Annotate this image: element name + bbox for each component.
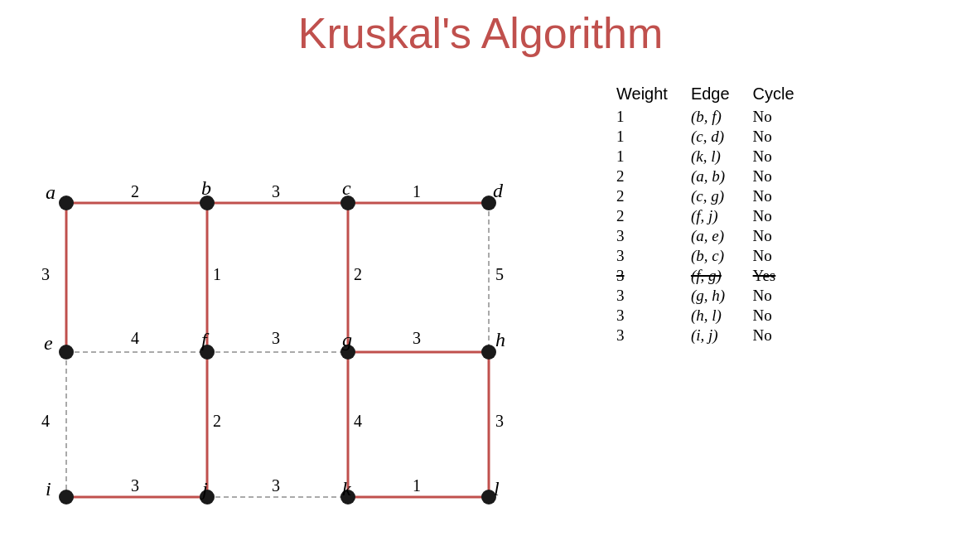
weight-bf: 1: [213, 265, 221, 283]
cell-cycle: No: [750, 286, 814, 306]
algorithm-table: Weight Edge Cycle 1(b, f)No1(c, d)No1(k,…: [613, 83, 814, 345]
table-row: 2(c, g)No: [613, 186, 814, 206]
cell-cycle: No: [750, 127, 814, 147]
cell-cycle: No: [750, 186, 814, 206]
table-row: 1(k, l)No: [613, 147, 814, 167]
label-e: e: [44, 332, 53, 354]
cell-edge: (f, j): [688, 206, 750, 226]
cell-edge: (i, j): [688, 326, 750, 345]
weight-fj: 2: [213, 412, 221, 430]
cell-cycle: No: [750, 226, 814, 246]
cell-cycle: No: [750, 326, 814, 345]
table-row: 3(b, c)No: [613, 246, 814, 266]
cell-weight: 2: [613, 186, 688, 206]
node-h: [481, 345, 496, 360]
cell-cycle: No: [750, 107, 814, 127]
cell-cycle: No: [750, 167, 814, 186]
weight-gh: 3: [413, 329, 421, 347]
cell-cycle: No: [750, 306, 814, 326]
weight-ef: 4: [131, 329, 139, 347]
node-a: [59, 196, 74, 210]
label-b: b: [201, 177, 211, 199]
table-row: 2(f, j)No: [613, 206, 814, 226]
label-c: c: [342, 177, 351, 199]
col-header-weight: Weight: [613, 83, 688, 107]
label-h: h: [495, 329, 505, 350]
table-row: 3(h, l)No: [613, 306, 814, 326]
col-header-edge: Edge: [688, 83, 750, 107]
cell-edge: (a, b): [688, 167, 750, 186]
node-e: [59, 345, 74, 360]
node-i: [59, 490, 74, 504]
cell-weight: 3: [613, 266, 688, 286]
cell-weight: 3: [613, 286, 688, 306]
label-a: a: [46, 181, 56, 203]
label-l: l: [494, 478, 500, 500]
cell-weight: 1: [613, 147, 688, 167]
cell-edge: (k, l): [688, 147, 750, 167]
table-row: 3(i, j)No: [613, 326, 814, 345]
weight-ab: 2: [131, 182, 139, 200]
page-title: Kruskal's Algorithm: [0, 0, 961, 66]
cell-weight: 3: [613, 226, 688, 246]
cell-weight: 1: [613, 127, 688, 147]
weight-gk: 4: [354, 412, 362, 430]
cell-edge: (a, e): [688, 226, 750, 246]
weight-kl: 1: [413, 476, 421, 495]
cell-weight: 3: [613, 246, 688, 266]
weight-ei: 4: [41, 412, 50, 430]
weight-ij: 3: [131, 476, 139, 495]
cell-weight: 2: [613, 206, 688, 226]
label-d: d: [493, 180, 504, 201]
table-row: 1(c, d)No: [613, 127, 814, 147]
cell-edge: (f, g): [688, 266, 750, 286]
label-i: i: [46, 478, 51, 500]
weight-ae: 3: [41, 265, 50, 283]
col-header-cycle: Cycle: [750, 83, 814, 107]
weight-cd: 1: [413, 182, 421, 200]
table-row: 3(a, e)No: [613, 226, 814, 246]
table-row: 2(a, b)No: [613, 167, 814, 186]
weight-bc: 3: [272, 182, 280, 200]
table-row: 3(g, h)No: [613, 286, 814, 306]
cell-edge: (h, l): [688, 306, 750, 326]
cell-edge: (g, h): [688, 286, 750, 306]
cell-cycle: No: [750, 206, 814, 226]
weight-dh: 5: [495, 265, 504, 283]
cell-weight: 1: [613, 107, 688, 127]
label-k: k: [342, 478, 351, 500]
weight-cg: 2: [354, 265, 362, 283]
table-row: 3(f, g)Yes: [613, 266, 814, 286]
cell-edge: (b, f): [688, 107, 750, 127]
cell-edge: (b, c): [688, 246, 750, 266]
graph-svg: a b c d e f g h i j k l 2 3 1 3 1 2: [17, 75, 563, 522]
cell-cycle: No: [750, 246, 814, 266]
cell-edge: (c, g): [688, 186, 750, 206]
algorithm-table-container: Weight Edge Cycle 1(b, f)No1(c, d)No1(k,…: [613, 83, 814, 345]
cell-edge: (c, d): [688, 127, 750, 147]
cell-weight: 3: [613, 326, 688, 345]
label-g: g: [342, 329, 352, 350]
weight-hl: 3: [495, 412, 504, 430]
cell-weight: 3: [613, 306, 688, 326]
graph-area: a b c d e f g h i j k l 2 3 1 3 1 2: [17, 75, 580, 522]
cell-cycle: No: [750, 147, 814, 167]
table-row: 1(b, f)No: [613, 107, 814, 127]
weight-jk: 3: [272, 476, 280, 495]
cell-weight: 2: [613, 167, 688, 186]
cell-cycle: Yes: [750, 266, 814, 286]
weight-fg: 3: [272, 329, 280, 347]
